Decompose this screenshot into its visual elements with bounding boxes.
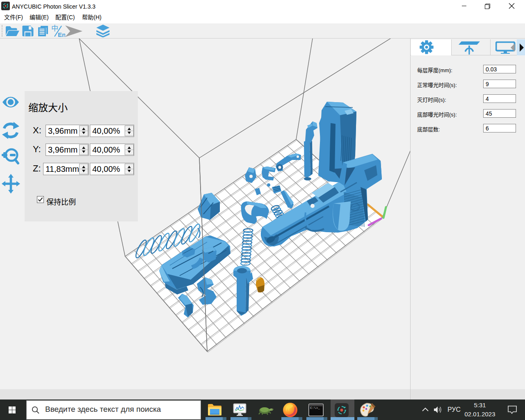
svg-text:C:\>_: C:\>_ bbox=[310, 406, 320, 410]
svg-text:中: 中 bbox=[51, 25, 58, 33]
svg-text:En: En bbox=[58, 31, 65, 37]
